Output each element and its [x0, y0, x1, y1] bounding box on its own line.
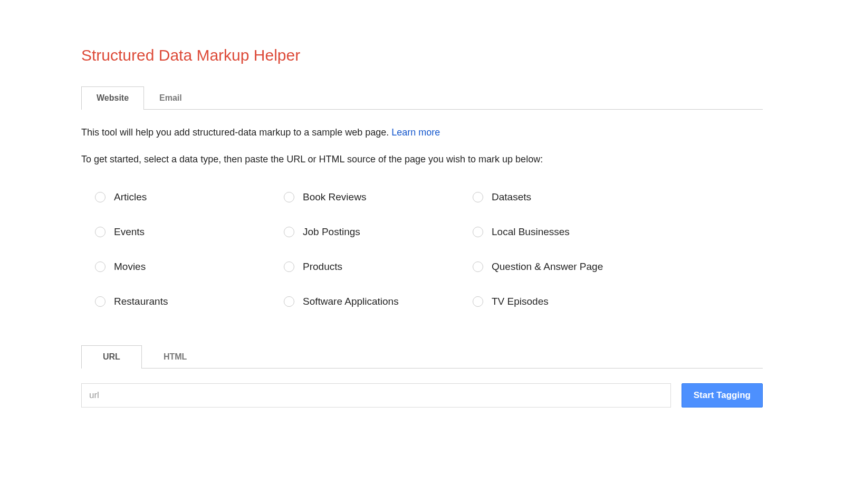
learn-more-link[interactable]: Learn more [391, 127, 440, 138]
radio-label: Products [303, 261, 342, 273]
radio-label: Question & Answer Page [492, 261, 603, 273]
radio-products[interactable]: Products [284, 261, 473, 273]
radio-icon [473, 192, 483, 202]
radio-icon [473, 296, 483, 307]
input-row: Start Tagging [81, 383, 763, 408]
radio-label: Datasets [492, 191, 531, 203]
radio-icon [473, 227, 483, 237]
radio-movies[interactable]: Movies [95, 261, 284, 273]
radio-label: Job Postings [303, 226, 360, 238]
radio-icon [95, 227, 106, 237]
radio-icon [284, 227, 294, 237]
radio-label: Events [114, 226, 145, 238]
tab-website[interactable]: Website [81, 86, 144, 110]
data-type-grid: Articles Book Reviews Datasets Events Jo… [81, 191, 661, 307]
instructions-text: To get started, select a data type, then… [81, 153, 763, 166]
radio-icon [284, 261, 294, 272]
radio-icon [95, 296, 106, 307]
url-input[interactable] [81, 383, 671, 408]
main-container: Structured Data Markup Helper Website Em… [0, 0, 844, 408]
radio-icon [284, 296, 294, 307]
tab-url[interactable]: URL [81, 345, 142, 369]
radio-icon [473, 261, 483, 272]
radio-datasets[interactable]: Datasets [473, 191, 661, 203]
source-type-tabs: Website Email [81, 86, 763, 110]
page-title: Structured Data Markup Helper [81, 46, 763, 64]
input-mode-tabs: URL HTML [81, 345, 763, 369]
radio-label: Movies [114, 261, 146, 273]
radio-local-businesses[interactable]: Local Businesses [473, 226, 661, 238]
radio-events[interactable]: Events [95, 226, 284, 238]
radio-job-postings[interactable]: Job Postings [284, 226, 473, 238]
start-tagging-button[interactable]: Start Tagging [682, 383, 763, 408]
radio-book-reviews[interactable]: Book Reviews [284, 191, 473, 203]
radio-restaurants[interactable]: Restaurants [95, 296, 284, 307]
tab-html[interactable]: HTML [142, 345, 208, 368]
intro-text: This tool will help you add structured-d… [81, 127, 391, 138]
tab-email[interactable]: Email [144, 86, 197, 109]
radio-icon [284, 192, 294, 202]
radio-icon [95, 261, 106, 272]
radio-icon [95, 192, 106, 202]
radio-label: Articles [114, 191, 147, 203]
radio-label: Restaurants [114, 296, 168, 307]
radio-qa-page[interactable]: Question & Answer Page [473, 261, 661, 273]
radio-tv-episodes[interactable]: TV Episodes [473, 296, 661, 307]
radio-label: Software Applications [303, 296, 399, 307]
radio-label: TV Episodes [492, 296, 549, 307]
intro-paragraph: This tool will help you add structured-d… [81, 127, 763, 139]
radio-label: Local Businesses [492, 226, 570, 238]
radio-software-applications[interactable]: Software Applications [284, 296, 473, 307]
radio-articles[interactable]: Articles [95, 191, 284, 203]
radio-label: Book Reviews [303, 191, 366, 203]
